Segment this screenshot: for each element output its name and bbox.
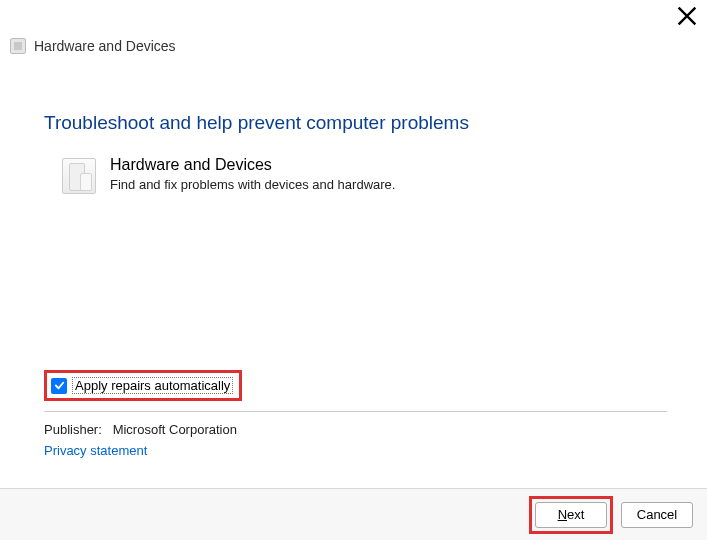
troubleshooter-item: Hardware and Devices Find and fix proble… [44,156,667,194]
cancel-button[interactable]: Cancel [621,502,693,528]
close-button[interactable] [677,6,697,26]
item-description: Find and fix problems with devices and h… [110,177,395,192]
item-title: Hardware and Devices [110,156,395,174]
checkbox-check-icon [51,378,67,394]
divider [44,411,667,412]
footer: Next Cancel [0,488,707,540]
next-button-highlight: Next [529,496,613,534]
page-title: Troubleshoot and help prevent computer p… [44,112,667,134]
window-title: Hardware and Devices [34,38,176,54]
title-bar: Hardware and Devices [0,30,707,56]
apply-repairs-checkbox[interactable]: Apply repairs automatically [44,370,242,401]
checkbox-label: Apply repairs automatically [72,377,233,394]
publisher-row: Publisher: Microsoft Corporation [44,422,667,437]
troubleshooter-icon [10,38,26,54]
privacy-link[interactable]: Privacy statement [44,443,147,458]
next-button[interactable]: Next [535,502,607,528]
hardware-icon [62,158,96,194]
publisher-label: Publisher: [44,422,102,437]
publisher-value: Microsoft Corporation [113,422,237,437]
